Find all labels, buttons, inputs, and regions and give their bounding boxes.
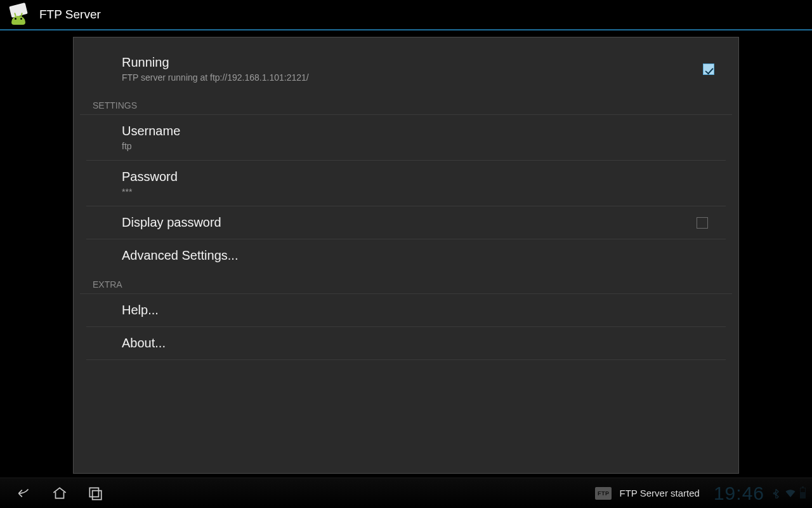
about-row[interactable]: About... (80, 327, 732, 359)
running-subtitle: FTP server running at ftp://192.168.1.10… (122, 72, 703, 83)
svg-rect-1 (93, 490, 102, 499)
divider (86, 359, 726, 360)
notification-text: FTP Server started (619, 488, 699, 498)
display-password-title: Display password (122, 215, 697, 230)
section-header-extra: Extra (80, 272, 732, 294)
home-icon[interactable] (51, 485, 69, 502)
bluetooth-icon (771, 488, 781, 498)
running-checkbox[interactable] (703, 64, 714, 75)
app-title: FTP Server (39, 8, 101, 22)
username-value: ftp (122, 141, 717, 151)
section-header-settings: Settings (80, 93, 732, 115)
recent-apps-icon[interactable] (86, 485, 104, 502)
running-title: Running (122, 55, 703, 70)
action-bar: FTP Server (0, 0, 812, 30)
help-row[interactable]: Help... (80, 294, 732, 326)
password-value: *** (122, 187, 717, 197)
notification-chip[interactable]: FTP FTP Server started (590, 478, 707, 508)
svg-rect-0 (89, 488, 98, 497)
app-icon (8, 3, 30, 26)
running-row[interactable]: Running FTP server running at ftp://192.… (74, 37, 738, 93)
password-row[interactable]: Password *** (80, 161, 732, 206)
advanced-settings-row[interactable]: Advanced Settings... (80, 239, 732, 272)
password-title: Password (122, 170, 717, 184)
back-icon[interactable] (15, 485, 33, 502)
username-row[interactable]: Username ftp (80, 115, 732, 160)
username-title: Username (122, 124, 717, 138)
about-title: About... (122, 336, 717, 351)
clock[interactable]: 19:46 (714, 483, 764, 504)
wifi-icon (785, 488, 796, 499)
help-title: Help... (122, 303, 717, 318)
battery-icon (800, 488, 806, 498)
display-password-row[interactable]: Display password (80, 206, 732, 239)
system-bar: FTP FTP Server started 19:46 (0, 478, 812, 508)
display-password-checkbox[interactable] (697, 217, 708, 229)
status-icons[interactable] (771, 488, 806, 499)
settings-panel: Running FTP server running at ftp://192.… (73, 37, 739, 474)
advanced-settings-title: Advanced Settings... (122, 248, 717, 263)
notification-badge-icon: FTP (595, 487, 612, 500)
